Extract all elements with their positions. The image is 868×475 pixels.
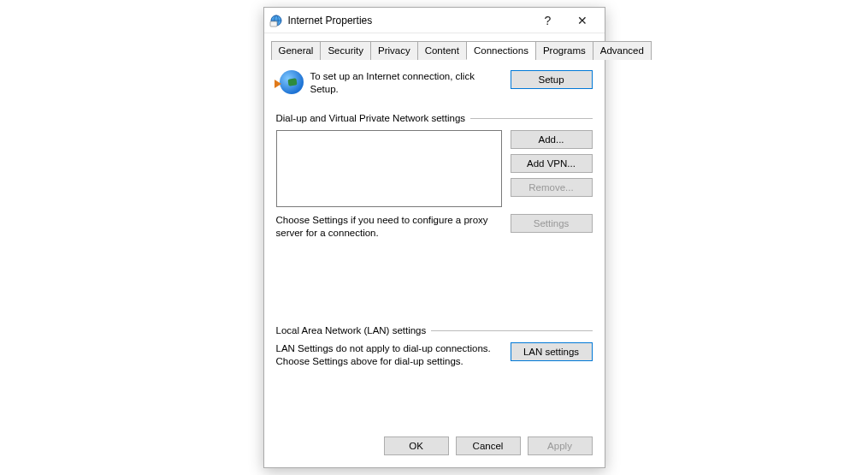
tab-strip: General Security Privacy Content Connect…: [271, 40, 598, 60]
tab-programs[interactable]: Programs: [535, 41, 593, 60]
dialup-button-column: Add... Add VPN... Remove...: [511, 130, 593, 207]
lan-text: LAN Settings do not apply to dial-up con…: [276, 342, 502, 368]
tab-content-panel: To set up an Internet connection, click …: [264, 60, 605, 428]
setup-text: To set up an Internet connection, click …: [310, 70, 504, 96]
internet-options-icon: [269, 14, 283, 27]
tab-privacy[interactable]: Privacy: [370, 41, 418, 60]
tab-content[interactable]: Content: [417, 41, 467, 60]
cancel-button[interactable]: Cancel: [456, 436, 521, 455]
proxy-settings-row: Choose Settings if you need to configure…: [276, 214, 593, 240]
titlebar: Internet Properties ? ✕: [264, 8, 605, 33]
globe-arrow-icon: [276, 70, 304, 98]
setup-button[interactable]: Setup: [511, 70, 593, 89]
window-title: Internet Properties: [288, 15, 531, 27]
dialup-group-label: Dial-up and Virtual Private Network sett…: [276, 113, 593, 123]
lan-settings-button[interactable]: LAN settings: [511, 342, 593, 361]
tab-general[interactable]: General: [271, 41, 322, 60]
settings-button: Settings: [511, 214, 593, 233]
proxy-settings-text: Choose Settings if you need to configure…: [276, 214, 502, 240]
dialog-footer: OK Cancel Apply: [264, 428, 605, 467]
apply-button: Apply: [528, 436, 593, 455]
remove-button: Remove...: [511, 178, 593, 197]
lan-section: Local Area Network (LAN) settings LAN Se…: [276, 325, 593, 368]
tab-connections[interactable]: Connections: [466, 41, 536, 60]
close-button[interactable]: ✕: [565, 8, 599, 33]
dialup-listbox[interactable]: [276, 130, 502, 207]
help-button[interactable]: ?: [531, 8, 565, 33]
dialup-row: Add... Add VPN... Remove...: [276, 130, 593, 207]
tab-advanced[interactable]: Advanced: [593, 41, 652, 60]
add-button[interactable]: Add...: [511, 130, 593, 149]
add-vpn-button[interactable]: Add VPN...: [511, 154, 593, 173]
internet-properties-dialog: Internet Properties ? ✕ General Security…: [263, 7, 605, 468]
ok-button[interactable]: OK: [384, 436, 449, 455]
lan-group-label: Local Area Network (LAN) settings: [276, 325, 593, 335]
setup-section: To set up an Internet connection, click …: [276, 70, 593, 98]
svg-rect-3: [270, 21, 277, 27]
tab-security[interactable]: Security: [320, 41, 371, 60]
lan-row: LAN Settings do not apply to dial-up con…: [276, 342, 593, 368]
